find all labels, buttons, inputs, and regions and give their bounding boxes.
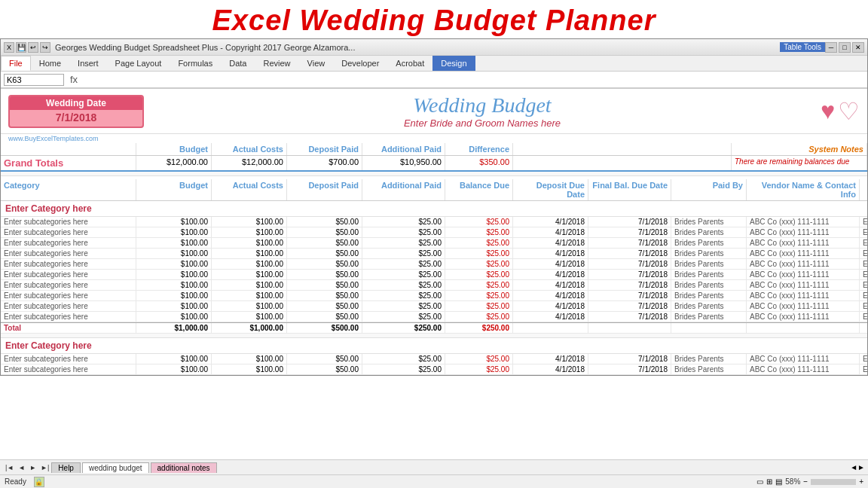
sheet-tab-help[interactable]: Help <box>51 462 81 473</box>
grand-totals-difference: $350.00 <box>445 156 513 170</box>
excel-window: X 💾 ↩ ↪ Georges Wedding Budget Spreadshe… <box>0 38 868 376</box>
view-normal-icon[interactable]: ▭ <box>756 477 763 486</box>
grand-totals-data-row: Grand Totals $12,000.00 $12,000.00 $700.… <box>1 156 867 172</box>
zoom-level: 58% <box>785 477 800 486</box>
cc-col-category: Category <box>1 179 136 200</box>
sheet-tab-additional-notes[interactable]: additional notes <box>151 462 217 473</box>
cc-col-deposit: Deposit Paid <box>287 179 362 200</box>
gt-col-additional: Additional Paid <box>362 143 445 155</box>
table-row: Enter subcategories here$100.00$100.00$5… <box>1 249 867 259</box>
formula-bar: fx <box>1 72 867 88</box>
wedding-date-value: 7/1/2018 <box>17 111 135 124</box>
undo-icon[interactable]: ↩ <box>28 42 38 53</box>
table-row: Enter subcategories here$100.00$100.00$5… <box>1 354 867 364</box>
table-row: Enter subcategories here$100.00$100.00$5… <box>1 291 867 301</box>
wedding-budget-title: Wedding Budget <box>144 93 821 117</box>
gt-col-label <box>1 143 136 155</box>
tab-formulas[interactable]: Formulas <box>170 56 221 71</box>
tab-scroll-left[interactable]: ◄ <box>850 463 857 471</box>
tab-scroll-right[interactable]: ► <box>857 463 865 471</box>
cc-col-dep-date: Deposit Due Date <box>513 179 588 200</box>
tab-review[interactable]: Review <box>255 56 298 71</box>
excel-icon: X <box>4 42 14 53</box>
category-1-total-row: Total$1,000.00$1,000.00$500.00$250.00$25… <box>1 322 867 334</box>
tab-nav-next[interactable]: ► <box>27 464 38 471</box>
gt-col-difference: Difference <box>445 143 513 155</box>
grand-totals-deposit: $700.00 <box>287 156 362 170</box>
spreadsheet-content: Wedding Date 7/1/2018 Wedding Budget Ent… <box>1 89 867 375</box>
tab-view[interactable]: View <box>299 56 334 71</box>
grand-totals-additional: $10,950.00 <box>362 156 445 170</box>
category-columns-header: Category Budget Actual Costs Deposit Pai… <box>1 179 867 201</box>
tab-nav-last[interactable]: ►| <box>38 464 51 471</box>
table-row: Enter subcategories here$100.00$100.00$5… <box>1 238 867 249</box>
title-bar: X 💾 ↩ ↪ Georges Wedding Budget Spreadshe… <box>1 39 867 56</box>
tab-insert[interactable]: Insert <box>69 56 107 71</box>
table-row: Enter subcategories here$100.00$100.00$5… <box>1 312 867 322</box>
zoom-out-icon[interactable]: − <box>803 477 808 486</box>
table-row: Enter subcategories here$100.00$100.00$5… <box>1 280 867 291</box>
gt-col-spacer <box>513 143 732 155</box>
table-tools-badge: Table Tools <box>780 42 825 52</box>
tab-design[interactable]: Design <box>432 56 475 71</box>
tab-acrobat[interactable]: Acrobat <box>387 56 432 71</box>
wedding-budget-subtitle: Enter Bride and Groom Names here <box>144 117 821 129</box>
table-row: Enter subcategories here$100.00$100.00$5… <box>1 227 867 238</box>
grand-totals-label: Grand Totals <box>1 156 136 170</box>
heart-icon-1: ♥ <box>821 97 835 125</box>
grand-totals-actual: $12,000.00 <box>212 156 287 170</box>
table-row: Enter subcategories here$100.00$100.00$5… <box>1 270 867 280</box>
grand-totals-budget: $12,000.00 <box>136 156 212 170</box>
wedding-budget-header: Wedding Date 7/1/2018 Wedding Budget Ent… <box>1 89 867 134</box>
wedding-date-box: Wedding Date 7/1/2018 <box>8 95 144 128</box>
table-row: Enter subcategories here$100.00$100.00$5… <box>1 217 867 227</box>
title-bar-icons: X 💾 ↩ ↪ <box>4 42 50 53</box>
view-page-break-icon[interactable]: ▤ <box>775 477 782 486</box>
hearts-decoration: ♥ ♡ <box>821 97 860 126</box>
table-row: Enter subcategories here$100.00$100.00$5… <box>1 364 867 375</box>
window-controls: ─ □ ✕ <box>825 42 864 53</box>
wedding-date-label: Wedding Date <box>10 96 142 110</box>
category-1-label: Enter Category here <box>1 201 867 217</box>
cc-col-paid-by: Paid By <box>671 179 747 200</box>
gt-col-system-notes: System Notes <box>732 143 867 155</box>
gt-col-deposit: Deposit Paid <box>287 143 362 155</box>
formula-icon: fx <box>70 74 78 85</box>
wedding-title-center: Wedding Budget Enter Bride and Groom Nam… <box>144 93 821 129</box>
heart-icon-2: ♡ <box>838 97 860 126</box>
security-icon: 🔒 <box>34 477 44 487</box>
zoom-in-icon[interactable]: + <box>859 477 863 486</box>
cc-col-actual: Actual Costs <box>212 179 287 200</box>
sheet-tab-bar: |◄ ◄ ► ►| Help wedding budget additional… <box>0 459 868 474</box>
minimize-button[interactable]: ─ <box>825 42 837 53</box>
tab-page-layout[interactable]: Page Layout <box>107 56 170 71</box>
ribbon-tabs: File Home Insert Page Layout Formulas Da… <box>1 56 867 72</box>
cc-col-additional: Additional Paid <box>362 179 445 200</box>
view-layout-icon[interactable]: ⊞ <box>766 477 772 486</box>
status-bar: Ready 🔒 ▭ ⊞ ▤ 58% − + <box>0 474 868 488</box>
gt-col-budget: Budget <box>136 143 212 155</box>
gt-col-actual: Actual Costs <box>212 143 287 155</box>
category-2-label: Enter Category here <box>1 338 867 354</box>
table-row: Enter subcategories here$100.00$100.00$5… <box>1 301 867 312</box>
section-gap-1 <box>1 172 867 176</box>
tab-home[interactable]: Home <box>31 56 69 71</box>
tab-data[interactable]: Data <box>221 56 255 71</box>
close-button[interactable]: ✕ <box>852 42 864 53</box>
redo-icon[interactable]: ↪ <box>40 42 50 53</box>
tab-developer[interactable]: Developer <box>333 56 387 71</box>
sheet-tab-wedding-budget[interactable]: wedding budget <box>82 462 149 473</box>
save-icon[interactable]: 💾 <box>16 42 26 53</box>
grand-totals-header-row: Budget Actual Costs Deposit Paid Additio… <box>1 143 867 156</box>
maximize-button[interactable]: □ <box>839 42 851 53</box>
status-ready-text: Ready <box>5 477 26 486</box>
cc-col-notes: Personal Notes <box>860 179 867 200</box>
status-right: ▭ ⊞ ▤ 58% − + <box>756 477 863 486</box>
window-title: Georges Wedding Budget Spreadsheet Plus … <box>55 43 780 52</box>
tab-file[interactable]: File <box>1 56 31 71</box>
cc-col-balance: Balance Due <box>445 179 513 200</box>
tab-nav-first[interactable]: |◄ <box>3 464 16 471</box>
tab-nav-prev[interactable]: ◄ <box>16 464 27 471</box>
zoom-slider[interactable] <box>811 479 856 485</box>
name-box[interactable] <box>4 74 64 86</box>
